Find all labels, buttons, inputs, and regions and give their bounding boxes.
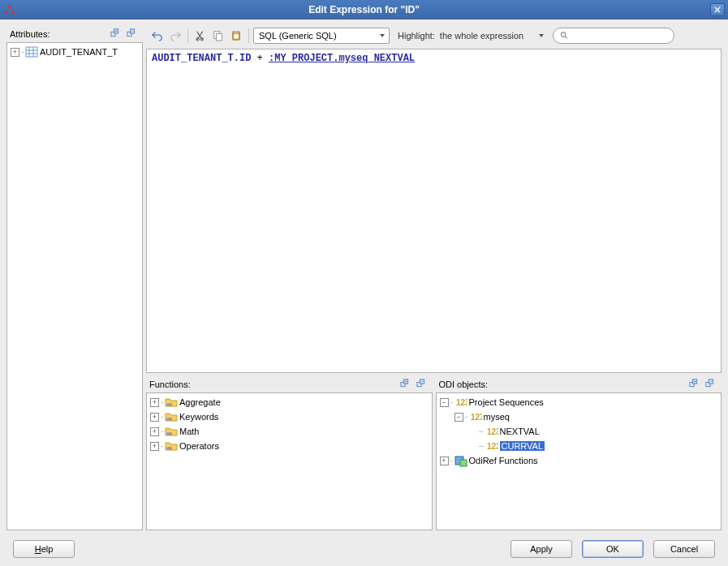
dialog-body: Attributes: + - + ·· AUDIT: [0, 19, 728, 566]
tree-label: AUDIT_TENANT_T: [40, 47, 118, 57]
tree-node-myseq[interactable]: −·· 123 myseq: [438, 409, 720, 424]
sql-language-dropdown[interactable]: SQL (Generic SQL): [253, 28, 390, 44]
attributes-label: Attributes:: [10, 29, 50, 39]
collapse-all-icon[interactable]: -: [125, 28, 140, 41]
expand-icon[interactable]: +: [11, 48, 19, 57]
app-icon: [3, 3, 16, 16]
functions-tree[interactable]: +·· Aggregate +·· Keywords +·· Ma: [146, 392, 433, 530]
tree-label: OdiRef Functions: [469, 456, 538, 465]
svg-rect-20: [234, 34, 238, 38]
svg-text:-: -: [421, 379, 423, 384]
tree-label: Math: [179, 427, 199, 436]
search-icon: [560, 31, 569, 41]
functions-panel: Functions: + - +·· Aggregate: [146, 376, 433, 530]
folder-icon: [165, 410, 178, 423]
svg-point-32: [169, 418, 172, 421]
folder-icon: [165, 396, 178, 409]
tree-label-selected: CURRVAL: [500, 441, 545, 451]
folder-icon: [165, 425, 178, 438]
expand-icon[interactable]: +: [150, 398, 159, 407]
tree-label: myseq: [484, 412, 510, 422]
collapse-icon[interactable]: −: [454, 413, 463, 422]
sequence-icon: 123: [454, 396, 467, 409]
button-bar: Help Apply OK Cancel: [6, 535, 722, 560]
svg-point-21: [562, 32, 566, 37]
tree-node-math[interactable]: +·· Math: [149, 424, 430, 439]
svg-text:+: +: [404, 379, 407, 384]
highlight-value: the whole expression: [440, 31, 523, 41]
expand-icon[interactable]: +: [150, 413, 159, 422]
sequence-icon: 123: [469, 410, 482, 423]
collapse-icon[interactable]: −: [440, 398, 449, 407]
svg-point-30: [169, 403, 172, 406]
odi-objects-tree[interactable]: −·· 123 Project Sequences −·· 123 myseq …: [436, 392, 722, 530]
svg-text:+: +: [693, 379, 696, 384]
collapse-all-icon[interactable]: -: [415, 378, 429, 391]
copy-icon[interactable]: [210, 28, 226, 44]
redo-icon[interactable]: [167, 28, 183, 44]
svg-line-22: [565, 36, 567, 39]
sql-dropdown-label: SQL (Generic SQL): [259, 31, 337, 41]
editor-column-ref: AUDIT_TENANT_T.ID: [152, 53, 251, 64]
expand-icon[interactable]: +: [440, 457, 449, 465]
editor-sequence-ref: :MY_PROJECT.myseq_NEXTVAL: [269, 53, 415, 64]
expand-all-icon[interactable]: +: [687, 378, 702, 391]
svg-text:123: 123: [487, 427, 498, 436]
svg-rect-9: [26, 47, 37, 57]
svg-text:123: 123: [487, 442, 498, 451]
cut-icon[interactable]: [192, 28, 209, 44]
svg-text:123: 123: [471, 413, 482, 422]
tree-node-odiref[interactable]: +·· OdiRef Functions: [438, 453, 720, 468]
expand-all-icon[interactable]: +: [398, 378, 413, 391]
apply-button[interactable]: Apply: [510, 540, 572, 558]
tree-label: NEXTVAL: [500, 427, 540, 436]
collapse-all-icon[interactable]: -: [704, 378, 718, 391]
tree-node-keywords[interactable]: +·· Keywords: [149, 409, 430, 424]
expand-icon[interactable]: +: [150, 442, 159, 451]
svg-text:-: -: [710, 379, 712, 384]
svg-rect-17: [216, 33, 222, 41]
tree-node-project-sequences[interactable]: −·· 123 Project Sequences: [438, 395, 720, 409]
window-title: Edit Expression for "ID": [308, 4, 420, 15]
tree-label: Aggregate: [179, 397, 221, 407]
paste-icon[interactable]: [228, 28, 244, 44]
expand-all-icon[interactable]: +: [109, 28, 123, 41]
svg-rect-48: [460, 460, 467, 466]
table-icon: [25, 45, 38, 58]
undo-icon[interactable]: [149, 28, 166, 44]
svg-point-36: [169, 447, 172, 450]
tree-node-operators[interactable]: +·· Operators: [149, 439, 430, 453]
tree-label: Keywords: [179, 412, 218, 422]
sequence-icon: 123: [485, 440, 498, 452]
svg-text:123: 123: [456, 398, 467, 407]
expression-editor[interactable]: AUDIT_TENANT_T.ID + :MY_PROJECT.myseq_NE…: [146, 49, 722, 373]
tree-label: Project Sequences: [469, 397, 544, 407]
tree-node-audit-tenant[interactable]: + ·· AUDIT_TENANT_T: [9, 45, 140, 59]
close-button[interactable]: [710, 3, 725, 16]
search-box[interactable]: [553, 28, 674, 44]
svg-text:+: +: [114, 28, 117, 33]
tree-node-currval[interactable]: ···· 123 CURRVAL: [438, 439, 720, 453]
svg-rect-19: [234, 31, 238, 33]
tree-node-aggregate[interactable]: +·· Aggregate: [149, 395, 430, 409]
chevron-down-icon: [538, 32, 545, 39]
help-button[interactable]: Help: [13, 540, 75, 558]
attributes-tree[interactable]: + ·· AUDIT_TENANT_T: [6, 42, 143, 530]
odiref-icon: [454, 454, 467, 467]
highlight-prefix: Highlight:: [398, 31, 435, 41]
search-input[interactable]: [569, 31, 667, 41]
odi-objects-panel: ODI objects: + - −·· 123 Project Sequenc…: [436, 376, 722, 530]
ok-button[interactable]: OK: [582, 540, 644, 558]
titlebar: Edit Expression for "ID": [0, 0, 728, 19]
folder-icon: [165, 440, 178, 452]
svg-point-34: [169, 432, 172, 435]
cancel-button[interactable]: Cancel: [653, 540, 715, 558]
expand-icon[interactable]: +: [150, 427, 159, 436]
tree-node-nextval[interactable]: ···· 123 NEXTVAL: [438, 424, 720, 439]
attributes-panel: Attributes: + - + ·· AUDIT: [6, 26, 143, 530]
highlight-dropdown[interactable]: the whole expression: [440, 31, 545, 41]
editor-toolbar: SQL (Generic SQL) Highlight: the whole e…: [146, 26, 722, 45]
odi-objects-label: ODI objects:: [439, 379, 489, 389]
sequence-icon: 123: [485, 425, 498, 438]
chevron-down-icon: [379, 32, 386, 39]
